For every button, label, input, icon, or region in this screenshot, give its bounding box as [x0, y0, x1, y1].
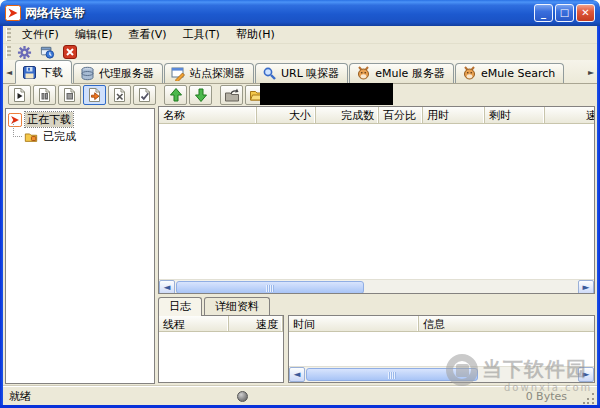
- move-up-button[interactable]: [164, 85, 187, 105]
- menu-view[interactable]: 查看(V): [120, 25, 174, 44]
- quickbar-grip: [6, 46, 11, 59]
- thread-table: 线程 速度: [158, 315, 284, 383]
- category-tree: 正在下载 已完成: [5, 108, 155, 384]
- minimize-button[interactable]: _: [534, 4, 553, 22]
- scheduler-icon: [40, 45, 55, 60]
- move-down-icon: [193, 87, 209, 103]
- new-download-button[interactable]: [83, 85, 106, 105]
- tab-label: 站点探测器: [190, 66, 245, 81]
- resize-grip[interactable]: [583, 391, 596, 404]
- verify-button[interactable]: [133, 85, 156, 105]
- download-list-header: 名称 大小 完成数 百分比 用时 剩时 速度: [159, 107, 594, 124]
- quick-toolbar: [3, 44, 597, 60]
- tree-item-label: 已完成: [41, 129, 78, 144]
- open-gray-folder-icon: [224, 87, 240, 103]
- tab-label: URL 嗅探器: [281, 66, 339, 81]
- column-header-speed[interactable]: 速度: [229, 316, 283, 331]
- emule-icon: [356, 66, 371, 81]
- new-download-icon: [87, 87, 103, 103]
- column-header-left[interactable]: 剩时: [485, 107, 545, 123]
- column-header-percent[interactable]: 百分比: [379, 107, 423, 123]
- pause-button[interactable]: [33, 85, 56, 105]
- redacted-area: [260, 83, 393, 105]
- tree-item-label: 正在下载: [25, 112, 73, 127]
- app-logo-icon: [5, 5, 21, 21]
- tab-emule-search[interactable]: eMule Search: [455, 63, 564, 83]
- tab-site-explorer[interactable]: 站点探测器: [164, 63, 254, 83]
- scrollbar-thumb[interactable]: [176, 281, 364, 294]
- tab-proxy-servers[interactable]: 代理服务器: [73, 63, 163, 83]
- delete-icon: [112, 87, 128, 103]
- pause-icon: [37, 87, 53, 103]
- scroll-right-arrow-icon[interactable]: ►: [578, 367, 594, 382]
- exit-icon: [63, 45, 77, 59]
- tab-label: 下载: [41, 65, 63, 80]
- tree-item-completed[interactable]: 已完成: [22, 128, 154, 145]
- start-button[interactable]: [8, 85, 31, 105]
- done-folder-icon: [24, 130, 38, 144]
- window-border-left: [0, 26, 3, 408]
- column-header-speed[interactable]: 速度: [545, 107, 595, 123]
- app-window: 网络传送带 _ □ ✕ 文件(F) 编辑(E) 查看(V) 工具(T) 帮助(H…: [0, 0, 600, 408]
- status-bytes: 0 Bytes: [526, 390, 567, 403]
- download-list-hscrollbar[interactable]: ◄ ►: [159, 279, 594, 294]
- tab-details[interactable]: 详细资料: [204, 297, 270, 315]
- move-down-button[interactable]: [189, 85, 212, 105]
- log-table: 时间 信息 ◄ ►: [288, 315, 595, 383]
- tab-label: eMule 服务器: [375, 66, 445, 81]
- site-explorer-tab-icon: [171, 66, 186, 81]
- column-header-elapsed[interactable]: 用时: [423, 107, 485, 123]
- status-text: 就绪: [9, 389, 31, 404]
- info-panel: 日志 详细资料 线程 速度 时间 信息 ◄ ►: [158, 296, 595, 384]
- maximize-button[interactable]: □: [555, 4, 574, 22]
- log-table-body[interactable]: [289, 332, 594, 366]
- tab-label: 代理服务器: [99, 66, 154, 81]
- tab-scroll-left-button[interactable]: ◄: [3, 65, 15, 81]
- info-panel-tabs: 日志 详细资料: [158, 296, 595, 315]
- scroll-left-arrow-icon[interactable]: ◄: [159, 280, 175, 294]
- close-button[interactable]: ✕: [576, 4, 595, 22]
- emule-icon: [462, 66, 477, 81]
- menu-help[interactable]: 帮助(H): [228, 25, 283, 44]
- tab-scroll-right-button[interactable]: ►: [585, 65, 597, 81]
- tab-url-sniffer[interactable]: URL 嗅探器: [255, 63, 348, 83]
- titlebar: 网络传送带 _ □ ✕: [0, 0, 600, 26]
- menu-edit[interactable]: 编辑(E): [67, 25, 121, 44]
- tab-bar: ◄ 下载 代理服务器 站点探测器 URL 嗅探器 eMule 服务器 eMule…: [3, 60, 597, 84]
- scheduler-button[interactable]: [37, 44, 57, 60]
- column-header-thread[interactable]: 线程: [159, 316, 229, 331]
- status-bar: 就绪 0 Bytes: [3, 386, 597, 405]
- tab-emule-servers[interactable]: eMule 服务器: [349, 63, 454, 83]
- scroll-right-arrow-icon[interactable]: ►: [578, 280, 594, 294]
- menubar-grip: [6, 28, 11, 42]
- scrollbar-thumb[interactable]: [306, 368, 478, 381]
- delete-button[interactable]: [108, 85, 131, 105]
- exit-button[interactable]: [60, 44, 80, 60]
- column-header-completed[interactable]: 完成数: [316, 107, 379, 123]
- window-title: 网络传送带: [25, 5, 532, 22]
- menubar: 文件(F) 编辑(E) 查看(V) 工具(T) 帮助(H): [3, 26, 597, 44]
- tab-download[interactable]: 下载: [15, 60, 72, 84]
- stop-button[interactable]: [58, 85, 81, 105]
- menu-tools[interactable]: 工具(T): [175, 25, 228, 44]
- menu-file[interactable]: 文件(F): [14, 25, 67, 44]
- column-header-size[interactable]: 大小: [257, 107, 316, 123]
- gear-icon: [17, 45, 32, 60]
- stop-icon: [62, 87, 78, 103]
- proxy-tab-icon: [80, 66, 95, 81]
- column-header-time[interactable]: 时间: [289, 316, 419, 331]
- start-icon: [12, 87, 28, 103]
- download-list: 名称 大小 完成数 百分比 用时 剩时 速度 ◄ ►: [158, 106, 595, 294]
- download-list-body[interactable]: [159, 124, 594, 279]
- scroll-left-arrow-icon[interactable]: ◄: [289, 367, 305, 382]
- move-up-icon: [168, 87, 184, 103]
- url-sniffer-tab-icon: [262, 66, 277, 81]
- log-table-hscrollbar[interactable]: ◄ ►: [289, 366, 594, 382]
- thread-table-body[interactable]: [159, 332, 283, 382]
- column-header-info[interactable]: 信息: [419, 316, 595, 331]
- options-button[interactable]: [14, 44, 34, 60]
- column-header-name[interactable]: 名称: [159, 107, 257, 123]
- import-folder-button[interactable]: [220, 85, 243, 105]
- tab-log[interactable]: 日志: [158, 297, 202, 316]
- tree-item-downloading[interactable]: 正在下载: [6, 111, 154, 128]
